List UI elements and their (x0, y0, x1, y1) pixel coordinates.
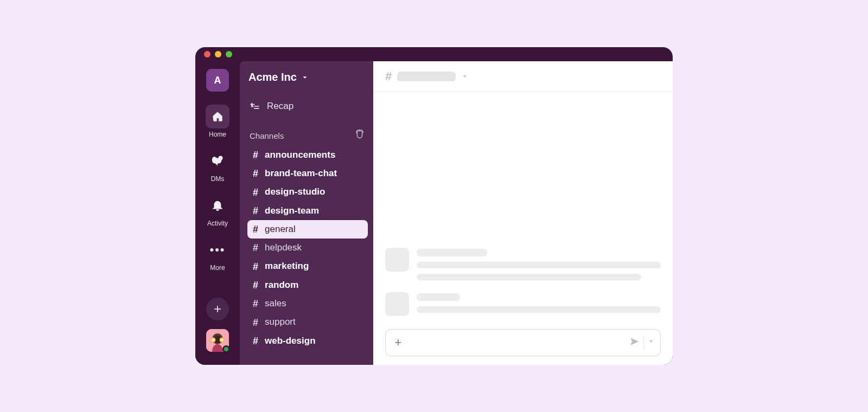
hash-icon: # (253, 297, 258, 310)
channel-item-brand-team-chat[interactable]: #brand-team-chat (247, 164, 368, 183)
channel-item-design-team[interactable]: #design-team (247, 202, 368, 220)
channel-name: brand-team-chat (265, 168, 337, 180)
hash-icon: # (253, 186, 258, 199)
channel-item-marketing[interactable]: #marketing (247, 258, 368, 276)
message-name-placeholder (417, 293, 460, 301)
hash-icon: # (253, 167, 258, 180)
channel-name: design-studio (265, 186, 325, 198)
dms-icon (206, 149, 229, 173)
conversation-pane: # (373, 61, 673, 365)
channel-item-announcements[interactable]: #announcements (247, 146, 368, 164)
rail-item-more[interactable]: ••• More (195, 235, 240, 275)
recap-item[interactable]: Recap (247, 98, 368, 115)
message-text-placeholder (417, 274, 641, 280)
channel-name: sales (265, 298, 286, 310)
recap-icon (250, 101, 260, 112)
titlebar (195, 47, 673, 61)
message-composer[interactable]: + (385, 329, 661, 356)
rail-item-home[interactable]: Home (195, 101, 240, 141)
send-options-button[interactable] (647, 338, 655, 347)
channel-name: general (265, 223, 296, 236)
create-button[interactable]: + (206, 298, 229, 320)
hash-icon: # (253, 279, 258, 292)
app-window: A Home DMs Activity (195, 47, 673, 365)
channel-item-helpdesk[interactable]: #helpdesk (247, 239, 368, 257)
send-button[interactable] (629, 336, 640, 349)
channel-name: web-design (265, 335, 316, 347)
channel-sidebar: Acme Inc Recap Channels #announcements#b… (240, 61, 373, 365)
message-text-placeholder (417, 306, 661, 313)
channels-label: Channels (250, 131, 284, 140)
channels-section-header[interactable]: Channels (247, 129, 368, 146)
hash-icon: # (253, 260, 258, 273)
message-list: + (373, 92, 673, 365)
svg-point-6 (212, 339, 215, 342)
composer-attach-button[interactable]: + (391, 336, 405, 350)
rail-item-dms[interactable]: DMs (195, 146, 240, 186)
rail-label-more: More (210, 264, 225, 272)
channel-item-random[interactable]: #random (247, 276, 368, 294)
bell-icon (206, 194, 229, 217)
hash-icon: # (253, 334, 258, 347)
workspace-switcher[interactable]: Acme Inc (247, 71, 368, 83)
message-text-placeholder (417, 262, 661, 268)
chevron-down-icon (461, 73, 469, 80)
hash-icon: # (253, 316, 258, 329)
user-avatar[interactable] (206, 329, 229, 352)
svg-point-0 (219, 156, 222, 159)
presence-indicator (222, 345, 230, 353)
workspace-name: Acme Inc (248, 71, 297, 83)
workspace-initial: A (214, 75, 221, 86)
window-zoom-button[interactable] (226, 51, 232, 57)
rail-label-home: Home (209, 131, 226, 138)
rail-item-activity[interactable]: Activity (195, 190, 240, 230)
channel-item-general[interactable]: #general (247, 220, 368, 239)
message-name-placeholder (417, 249, 487, 256)
channel-item-web-design[interactable]: #web-design (247, 332, 368, 350)
chevron-down-icon (301, 74, 309, 81)
channel-item-design-studio[interactable]: #design-studio (247, 183, 368, 202)
drag-cursor-icon (354, 129, 366, 143)
channel-name: random (265, 279, 298, 292)
channel-item-sales[interactable]: #sales (247, 294, 368, 313)
channel-name: design-team (265, 205, 319, 217)
message-avatar-placeholder (385, 292, 409, 316)
app-body: A Home DMs Activity (195, 61, 673, 365)
navigation-rail: A Home DMs Activity (195, 61, 240, 365)
channel-list: #announcements#brand-team-chat#design-st… (247, 146, 368, 350)
home-icon (206, 105, 229, 128)
hash-icon: # (253, 241, 258, 254)
hash-icon: # (385, 69, 392, 83)
svg-point-7 (221, 339, 224, 342)
more-icon: ••• (206, 238, 229, 262)
window-minimize-button[interactable] (215, 51, 221, 57)
channel-name: announcements (265, 149, 335, 162)
rail-label-dms: DMs (211, 175, 225, 183)
message-item (385, 292, 661, 316)
divider (643, 336, 644, 350)
channel-name: support (265, 316, 296, 329)
channel-name: marketing (265, 260, 309, 273)
channel-name-placeholder (397, 72, 456, 81)
message-item (385, 248, 661, 280)
workspace-badge[interactable]: A (206, 69, 229, 92)
channel-header[interactable]: # (373, 61, 673, 92)
channel-name: helpdesk (265, 242, 302, 254)
hash-icon: # (253, 149, 258, 162)
hash-icon: # (253, 223, 258, 236)
rail-label-activity: Activity (207, 220, 228, 227)
channel-item-support[interactable]: #support (247, 313, 368, 332)
recap-label: Recap (267, 101, 293, 112)
message-avatar-placeholder (385, 248, 409, 272)
window-close-button[interactable] (204, 51, 210, 57)
hash-icon: # (253, 204, 258, 217)
